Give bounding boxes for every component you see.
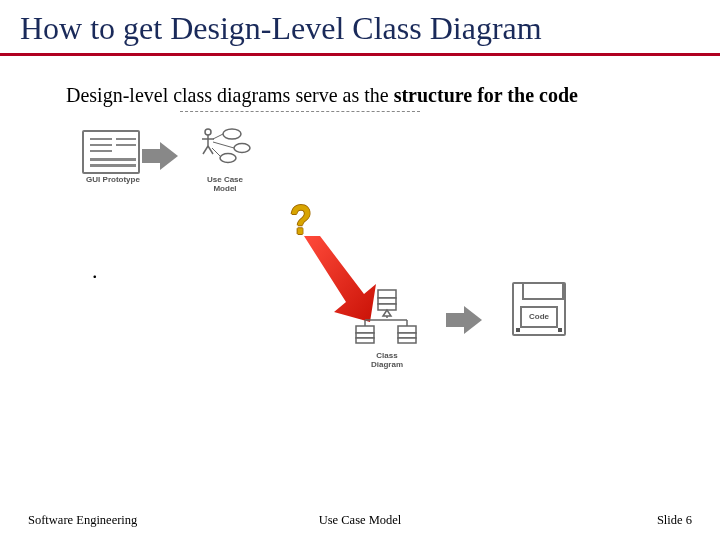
svg-rect-13 [378, 298, 396, 304]
svg-rect-17 [356, 338, 374, 343]
svg-point-6 [234, 143, 250, 152]
svg-rect-20 [398, 338, 416, 343]
window-icon [82, 130, 140, 174]
slide-number: 6 [686, 513, 692, 527]
code-disk-icon: Code [508, 282, 570, 336]
svg-line-9 [213, 142, 234, 148]
svg-point-5 [223, 129, 241, 139]
svg-rect-15 [356, 326, 374, 333]
lead-bold: structure for the code [394, 84, 578, 106]
svg-point-0 [205, 129, 211, 135]
svg-line-3 [203, 146, 208, 154]
footer-left: Software Engineering [28, 513, 137, 528]
footer-right-prefix: Slide [657, 513, 686, 527]
svg-rect-18 [398, 326, 416, 333]
bullet-dot: . [92, 258, 98, 284]
dashed-divider-top [180, 111, 420, 112]
lead-sentence: Design-level class diagrams serve as the… [66, 84, 720, 107]
slide-footer: Software Engineering Use Case Model Slid… [0, 513, 720, 528]
usecase-label: Use Case Model [194, 176, 256, 194]
gui-prototype-icon: GUI Prototype [82, 130, 144, 185]
svg-rect-12 [378, 290, 396, 298]
svg-marker-25 [383, 310, 391, 316]
title-underline [0, 53, 720, 56]
svg-line-4 [208, 146, 213, 154]
diagram-area: GUI Prototype Use Case Model ? . [0, 118, 720, 418]
code-label: Code [520, 306, 558, 328]
svg-point-7 [220, 153, 236, 162]
floppy-icon: Code [512, 282, 566, 336]
slide-title: How to get Design-Level Class Diagram [0, 0, 720, 53]
footer-right: Slide 6 [657, 513, 692, 528]
lead-text: Design-level class diagrams serve as the [66, 84, 394, 106]
svg-line-10 [212, 148, 220, 156]
use-case-model-icon: Use Case Model [194, 124, 256, 194]
svg-line-8 [213, 134, 223, 139]
footer-center: Use Case Model [319, 513, 402, 528]
class-diagram-icon: Class Diagram [348, 288, 426, 370]
gui-label: GUI Prototype [82, 176, 144, 185]
classdiag-label: Class Diagram [348, 352, 426, 370]
